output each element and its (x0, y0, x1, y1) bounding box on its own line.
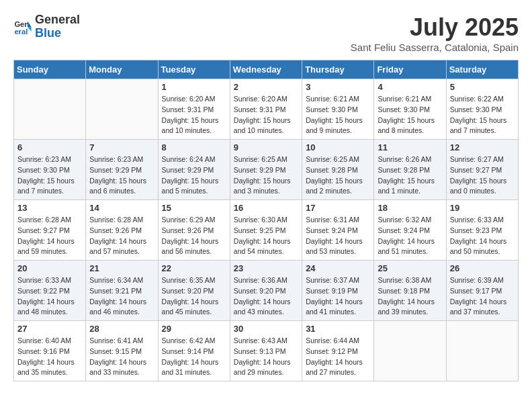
calendar-cell: 29Sunrise: 6:42 AM Sunset: 9:14 PM Dayli… (158, 321, 230, 381)
day-number: 5 (450, 82, 515, 92)
calendar-cell (374, 321, 446, 381)
day-number: 4 (378, 82, 442, 92)
calendar-cell: 25Sunrise: 6:38 AM Sunset: 9:18 PM Dayli… (374, 261, 446, 321)
day-info: Sunrise: 6:42 AM Sunset: 9:14 PM Dayligh… (162, 336, 226, 378)
day-info: Sunrise: 6:23 AM Sunset: 9:29 PM Dayligh… (89, 154, 154, 197)
day-number: 14 (89, 203, 154, 213)
calendar-cell: 13Sunrise: 6:28 AM Sunset: 9:27 PM Dayli… (14, 200, 86, 261)
calendar-cell: 17Sunrise: 6:31 AM Sunset: 9:24 PM Dayli… (302, 200, 374, 261)
day-number: 8 (162, 142, 226, 152)
month-year-title: July 2025 (351, 13, 519, 42)
day-number: 11 (378, 142, 442, 152)
calendar-cell: 24Sunrise: 6:37 AM Sunset: 9:19 PM Dayli… (302, 261, 374, 321)
day-number: 26 (450, 263, 515, 273)
weekday-header-thursday: Thursday (302, 60, 374, 79)
day-number: 10 (306, 142, 370, 152)
calendar-week-row: 20Sunrise: 6:33 AM Sunset: 9:22 PM Dayli… (14, 261, 519, 321)
calendar-cell: 8Sunrise: 6:24 AM Sunset: 9:29 PM Daylig… (158, 140, 230, 200)
day-info: Sunrise: 6:25 AM Sunset: 9:28 PM Dayligh… (306, 154, 370, 197)
weekday-header-saturday: Saturday (446, 60, 518, 79)
calendar-cell: 5Sunrise: 6:22 AM Sunset: 9:30 PM Daylig… (446, 79, 518, 140)
day-info: Sunrise: 6:36 AM Sunset: 9:20 PM Dayligh… (234, 275, 298, 318)
day-number: 18 (378, 203, 442, 213)
calendar-cell: 4Sunrise: 6:21 AM Sunset: 9:30 PM Daylig… (374, 79, 446, 140)
day-number: 16 (234, 203, 298, 213)
day-info: Sunrise: 6:20 AM Sunset: 9:31 PM Dayligh… (162, 94, 226, 136)
calendar-cell: 14Sunrise: 6:28 AM Sunset: 9:26 PM Dayli… (86, 200, 158, 261)
calendar-cell: 9Sunrise: 6:25 AM Sunset: 9:29 PM Daylig… (230, 140, 302, 200)
calendar-cell: 31Sunrise: 6:44 AM Sunset: 9:12 PM Dayli… (302, 321, 374, 381)
location-subtitle: Sant Feliu Sasserra, Catalonia, Spain (351, 42, 519, 53)
weekday-header-monday: Monday (86, 60, 158, 79)
day-number: 28 (89, 324, 154, 334)
calendar-cell: 11Sunrise: 6:26 AM Sunset: 9:28 PM Dayli… (374, 140, 446, 200)
day-number: 25 (378, 263, 442, 273)
calendar-week-row: 27Sunrise: 6:40 AM Sunset: 9:16 PM Dayli… (14, 321, 519, 381)
day-info: Sunrise: 6:28 AM Sunset: 9:26 PM Dayligh… (89, 215, 154, 257)
day-info: Sunrise: 6:33 AM Sunset: 9:22 PM Dayligh… (17, 275, 82, 318)
calendar-cell: 21Sunrise: 6:34 AM Sunset: 9:21 PM Dayli… (86, 261, 158, 321)
calendar-cell: 2Sunrise: 6:20 AM Sunset: 9:31 PM Daylig… (230, 79, 302, 140)
day-info: Sunrise: 6:20 AM Sunset: 9:31 PM Dayligh… (234, 94, 298, 136)
day-info: Sunrise: 6:25 AM Sunset: 9:29 PM Dayligh… (234, 154, 298, 197)
day-number: 27 (17, 324, 82, 334)
day-number: 24 (306, 263, 370, 273)
calendar-week-row: 1Sunrise: 6:20 AM Sunset: 9:31 PM Daylig… (14, 79, 519, 140)
day-info: Sunrise: 6:44 AM Sunset: 9:12 PM Dayligh… (306, 336, 370, 378)
day-info: Sunrise: 6:43 AM Sunset: 9:13 PM Dayligh… (234, 336, 298, 378)
calendar-cell: 26Sunrise: 6:39 AM Sunset: 9:17 PM Dayli… (446, 261, 518, 321)
logo-text-general: General (35, 13, 80, 27)
day-number: 19 (450, 203, 515, 213)
day-info: Sunrise: 6:39 AM Sunset: 9:17 PM Dayligh… (450, 275, 515, 318)
day-info: Sunrise: 6:30 AM Sunset: 9:25 PM Dayligh… (234, 215, 298, 257)
day-info: Sunrise: 6:32 AM Sunset: 9:24 PM Dayligh… (378, 215, 442, 257)
logo: Gen eral General Blue (13, 13, 80, 40)
day-info: Sunrise: 6:34 AM Sunset: 9:21 PM Dayligh… (89, 275, 154, 318)
day-info: Sunrise: 6:21 AM Sunset: 9:30 PM Dayligh… (378, 94, 442, 136)
calendar-cell: 16Sunrise: 6:30 AM Sunset: 9:25 PM Dayli… (230, 200, 302, 261)
day-number: 6 (17, 142, 82, 152)
day-number: 1 (162, 82, 226, 92)
svg-text:eral: eral (14, 28, 28, 36)
day-number: 3 (306, 82, 370, 92)
weekday-header-wednesday: Wednesday (230, 60, 302, 79)
calendar-cell: 18Sunrise: 6:32 AM Sunset: 9:24 PM Dayli… (374, 200, 446, 261)
day-info: Sunrise: 6:28 AM Sunset: 9:27 PM Dayligh… (17, 215, 82, 257)
calendar-cell: 12Sunrise: 6:27 AM Sunset: 9:27 PM Dayli… (446, 140, 518, 200)
calendar-cell: 30Sunrise: 6:43 AM Sunset: 9:13 PM Dayli… (230, 321, 302, 381)
day-number: 7 (89, 142, 154, 152)
calendar-week-row: 6Sunrise: 6:23 AM Sunset: 9:30 PM Daylig… (14, 140, 519, 200)
calendar-cell: 1Sunrise: 6:20 AM Sunset: 9:31 PM Daylig… (158, 79, 230, 140)
logo-text-blue: Blue (35, 27, 80, 40)
calendar-cell: 10Sunrise: 6:25 AM Sunset: 9:28 PM Dayli… (302, 140, 374, 200)
day-number: 2 (234, 82, 298, 92)
day-info: Sunrise: 6:40 AM Sunset: 9:16 PM Dayligh… (17, 336, 82, 378)
calendar-table: SundayMondayTuesdayWednesdayThursdayFrid… (13, 60, 519, 381)
title-block: July 2025 Sant Feliu Sasserra, Catalonia… (351, 13, 519, 53)
weekday-header-sunday: Sunday (14, 60, 86, 79)
day-info: Sunrise: 6:23 AM Sunset: 9:30 PM Dayligh… (17, 154, 82, 197)
day-number: 13 (17, 203, 82, 213)
day-number: 30 (234, 324, 298, 334)
day-info: Sunrise: 6:33 AM Sunset: 9:23 PM Dayligh… (450, 215, 515, 257)
calendar-cell (14, 79, 86, 140)
calendar-cell: 15Sunrise: 6:29 AM Sunset: 9:26 PM Dayli… (158, 200, 230, 261)
day-info: Sunrise: 6:38 AM Sunset: 9:18 PM Dayligh… (378, 275, 442, 318)
svg-marker-2 (28, 21, 32, 26)
calendar-cell: 7Sunrise: 6:23 AM Sunset: 9:29 PM Daylig… (86, 140, 158, 200)
day-info: Sunrise: 6:24 AM Sunset: 9:29 PM Dayligh… (162, 154, 226, 197)
day-number: 21 (89, 263, 154, 273)
calendar-cell: 3Sunrise: 6:21 AM Sunset: 9:30 PM Daylig… (302, 79, 374, 140)
day-number: 17 (306, 203, 370, 213)
weekday-header-row: SundayMondayTuesdayWednesdayThursdayFrid… (14, 60, 519, 79)
day-number: 22 (162, 263, 226, 273)
calendar-cell: 23Sunrise: 6:36 AM Sunset: 9:20 PM Dayli… (230, 261, 302, 321)
svg-marker-3 (28, 27, 32, 32)
calendar-cell: 19Sunrise: 6:33 AM Sunset: 9:23 PM Dayli… (446, 200, 518, 261)
day-number: 9 (234, 142, 298, 152)
day-number: 31 (306, 324, 370, 334)
day-info: Sunrise: 6:22 AM Sunset: 9:30 PM Dayligh… (450, 94, 515, 136)
day-number: 20 (17, 263, 82, 273)
weekday-header-friday: Friday (374, 60, 446, 79)
day-info: Sunrise: 6:31 AM Sunset: 9:24 PM Dayligh… (306, 215, 370, 257)
